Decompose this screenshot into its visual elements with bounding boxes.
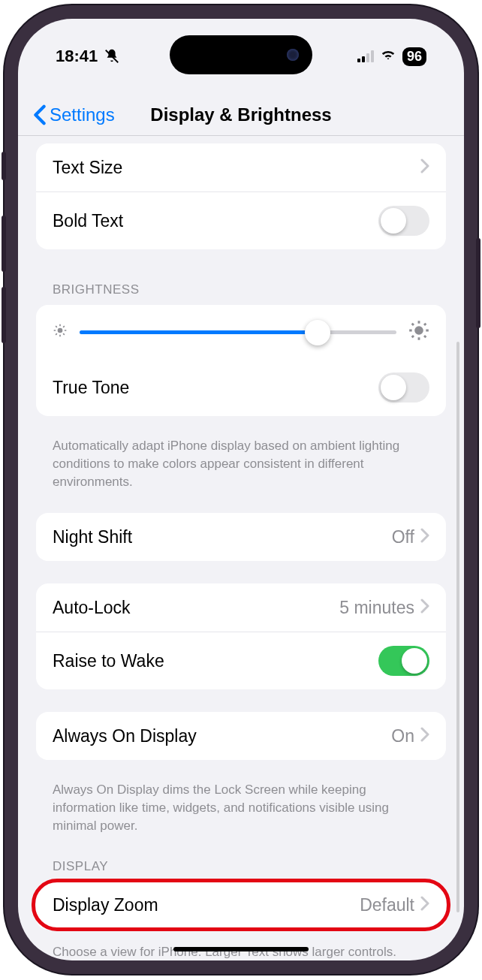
true-tone-label: True Tone (53, 378, 129, 398)
lock-group: Auto-Lock 5 minutes Raise to Wake (36, 583, 446, 689)
true-tone-toggle[interactable] (378, 372, 429, 403)
night-shift-label: Night Shift (53, 527, 132, 547)
row-bold-text: Bold Text (36, 191, 446, 249)
always-on-label: Always On Display (53, 726, 197, 746)
power-button (476, 238, 480, 328)
chevron-right-icon (420, 158, 429, 178)
brightness-group: True Tone (36, 305, 446, 416)
brightness-slider[interactable] (80, 318, 396, 345)
always-on-footer: Always On Display dims the Lock Screen w… (36, 773, 446, 839)
display-header: DISPLAY (36, 840, 446, 882)
battery-level: 96 (402, 47, 426, 66)
chevron-right-icon (420, 527, 429, 547)
status-time: 18:41 (56, 47, 98, 66)
row-raise-to-wake: Raise to Wake (36, 632, 446, 689)
svg-line-17 (412, 336, 414, 337)
always-on-value: On (391, 726, 414, 746)
chevron-right-icon (420, 598, 429, 618)
dynamic-island (170, 35, 312, 74)
scrollbar[interactable] (456, 342, 459, 912)
sun-high-icon (408, 320, 429, 344)
back-button[interactable]: Settings (33, 104, 115, 125)
back-label: Settings (50, 104, 115, 125)
raise-to-wake-label: Raise to Wake (53, 651, 164, 671)
volume-down (2, 287, 6, 343)
page-title: Display & Brightness (150, 104, 331, 125)
bold-text-label: Bold Text (53, 211, 123, 231)
night-shift-group: Night Shift Off (36, 513, 446, 561)
svg-point-10 (414, 326, 423, 335)
auto-lock-label: Auto-Lock (53, 598, 131, 618)
svg-point-1 (58, 328, 63, 333)
raise-to-wake-toggle[interactable] (378, 646, 429, 676)
text-size-label: Text Size (53, 158, 122, 178)
always-on-group: Always On Display On (36, 712, 446, 760)
screen: 18:41 96 Settings Display & Brightness (18, 19, 464, 960)
auto-lock-value: 5 minutes (339, 598, 414, 618)
mute-switch (2, 152, 6, 180)
row-true-tone: True Tone (36, 359, 446, 416)
svg-line-15 (412, 324, 414, 325)
wifi-icon (380, 46, 396, 67)
svg-line-8 (56, 333, 57, 335)
camera-dot (287, 49, 299, 61)
svg-line-6 (56, 326, 57, 327)
volume-up (2, 216, 6, 272)
row-text-size[interactable]: Text Size (36, 143, 446, 191)
nav-bar: Settings Display & Brightness (18, 94, 464, 136)
brightness-header: BRIGHTNESS (36, 263, 446, 305)
svg-line-16 (424, 336, 426, 337)
night-shift-value: Off (392, 527, 414, 547)
row-night-shift[interactable]: Night Shift Off (36, 513, 446, 561)
sun-low-icon (53, 323, 68, 341)
svg-line-9 (63, 326, 65, 327)
row-always-on[interactable]: Always On Display On (36, 712, 446, 760)
true-tone-footer: Automatically adapt iPhone display based… (36, 430, 446, 495)
brightness-slider-row (36, 305, 446, 359)
phone-frame: 18:41 96 Settings Display & Brightness (5, 5, 477, 974)
cellular-icon (357, 50, 374, 62)
row-auto-lock[interactable]: Auto-Lock 5 minutes (36, 583, 446, 632)
svg-line-7 (63, 333, 65, 335)
text-group: Text Size Bold Text (36, 143, 446, 249)
bold-text-toggle[interactable] (378, 206, 429, 236)
svg-line-18 (424, 324, 426, 325)
chevron-right-icon (420, 726, 429, 746)
silent-mode-icon (104, 48, 120, 65)
home-indicator[interactable] (173, 947, 309, 951)
callout-highlight (32, 879, 450, 931)
